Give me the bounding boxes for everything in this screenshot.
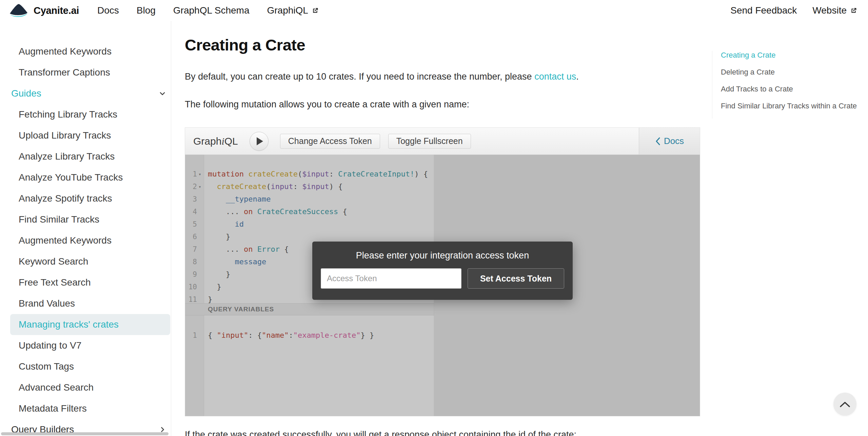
mutation-paragraph: The following mutation allows you to cre… (185, 99, 700, 110)
nav-link-label: Blog (137, 5, 156, 16)
logo-text-end: QL (224, 136, 238, 147)
nav-link-label: Docs (97, 5, 119, 16)
sidebar-item-analyze-spotify-tracks[interactable]: Analyze Spotify tracks (0, 188, 171, 209)
nav-link-website[interactable]: Website (812, 5, 857, 16)
brand-name: Cyanite.ai (34, 5, 79, 16)
sidebar-item-fetching-library-tracks[interactable]: Fetching Library Tracks (0, 104, 171, 125)
execute-query-button[interactable] (250, 132, 269, 151)
sidebar-item-custom-tags[interactable]: Custom Tags (0, 356, 171, 377)
secondary-nav: Send FeedbackWebsite (730, 5, 859, 16)
sidebar-item-label: Augmented Keywords (19, 46, 112, 57)
sidebar-item-updating-to-v7[interactable]: Updating to V7 (0, 335, 171, 356)
brand-logo-icon (9, 3, 28, 18)
sidebar-item-analyze-library-tracks[interactable]: Analyze Library Tracks (0, 146, 171, 167)
sidebar-item-metadata-filters[interactable]: Metadata Filters (0, 398, 171, 419)
docs-panel-toggle[interactable]: Docs (639, 128, 700, 154)
sidebar-item-guides[interactable]: Guides (0, 83, 171, 104)
sidebar-item-label: Free Text Search (19, 277, 91, 288)
sidebar-item-label: Augmented Keywords (19, 235, 112, 246)
sidebar-item-label: Find Similar Tracks (19, 214, 99, 225)
sidebar-nav: Augmented KeywordsTransformer CaptionsGu… (0, 21, 171, 436)
sidebar-item-label: Guides (11, 88, 41, 99)
change-access-token-button[interactable]: Change Access Token (280, 134, 380, 149)
page-title: Creating a Crate (185, 36, 700, 54)
sidebar-item-label: Custom Tags (19, 361, 74, 372)
access-token-input[interactable] (321, 268, 461, 289)
nav-link-label: GraphiQL (267, 5, 308, 16)
logo-text-i: i (221, 136, 224, 147)
sidebar-item-label: Transformer Captions (19, 67, 110, 78)
sidebar-item-augmented-keywords[interactable]: Augmented Keywords (0, 230, 171, 251)
intro-text-after: . (576, 71, 579, 82)
play-icon (257, 137, 263, 145)
nav-link-docs[interactable]: Docs (97, 5, 119, 16)
graphiql-toolbar: GraphiQL Change Access TokenToggle Fulls… (185, 128, 700, 155)
logo-text: Graph (193, 136, 221, 147)
nav-link-graphql-schema[interactable]: GraphQL Schema (173, 5, 250, 16)
sidebar-item-managing-tracks-crates[interactable]: Managing tracks' crates (10, 314, 170, 335)
toolbar-buttons: Change Access TokenToggle Fullscreen (280, 134, 471, 149)
main-content: Creating a Crate By default, you can cre… (185, 21, 700, 436)
nav-link-send-feedback[interactable]: Send Feedback (730, 5, 797, 16)
sidebar-item-label: Analyze YouTube Tracks (19, 172, 123, 183)
top-navbar: Cyanite.ai DocsBlogGraphQL SchemaGraphiQ… (0, 0, 868, 21)
sidebar-item-label: Managing tracks' crates (19, 319, 119, 330)
sidebar-item-label: Upload Library Tracks (19, 130, 111, 141)
toggle-fullscreen-button[interactable]: Toggle Fullscreen (388, 134, 471, 149)
graphiql-widget: GraphiQL Change Access TokenToggle Fulls… (185, 127, 700, 416)
external-link-icon (312, 7, 319, 14)
table-of-contents: Creating a CrateDeleting a CrateAdd Trac… (712, 51, 868, 119)
sidebar-item-advanced-search[interactable]: Advanced Search (0, 377, 171, 398)
sidebar-item-find-similar-tracks[interactable]: Find Similar Tracks (0, 209, 171, 230)
graphiql-logo: GraphiQL (193, 136, 238, 147)
sidebar-item-label: Analyze Library Tracks (19, 151, 115, 162)
sidebar-item-label: Fetching Library Tracks (19, 109, 117, 120)
toc-item-creating-a-crate[interactable]: Creating a Crate (721, 51, 868, 60)
sidebar-item-label: Updating to V7 (19, 340, 81, 351)
primary-nav: DocsBlogGraphQL SchemaGraphiQL (97, 5, 319, 16)
sidebar-item-brand-values[interactable]: Brand Values (0, 293, 171, 314)
modal-message: Please enter your integration access tok… (312, 250, 573, 261)
nav-link-graphiql[interactable]: GraphiQL (267, 5, 318, 16)
nav-link-label: Send Feedback (730, 5, 797, 16)
sidebar-item-keyword-search[interactable]: Keyword Search (0, 251, 171, 272)
intro-paragraph: By default, you can create up to 10 crat… (185, 71, 700, 82)
toc-item-add-tracks-to-a-crate[interactable]: Add Tracks to a Crate (721, 85, 868, 94)
scroll-to-top-button[interactable] (833, 393, 856, 416)
set-access-token-button[interactable]: Set Access Token (468, 268, 564, 289)
chevron-up-icon (839, 401, 851, 408)
nav-link-label: Website (812, 5, 847, 16)
nav-link-blog[interactable]: Blog (137, 5, 156, 16)
docs-label: Docs (664, 136, 684, 146)
sidebar-item-free-text-search[interactable]: Free Text Search (0, 272, 171, 293)
sidebar: Augmented KeywordsTransformer CaptionsGu… (0, 21, 171, 436)
chevron-down-icon (159, 90, 166, 97)
modal-form-row: Set Access Token (312, 268, 573, 289)
brand[interactable]: Cyanite.ai (9, 3, 79, 18)
response-paragraph: If the crate was created successfully, y… (185, 429, 700, 436)
chevron-left-icon (655, 137, 660, 146)
sidebar-item-transformer-captions[interactable]: Transformer Captions (0, 62, 171, 83)
sidebar-item-label: Keyword Search (19, 256, 88, 267)
external-link-icon (850, 7, 857, 14)
toc-list: Creating a CrateDeleting a CrateAdd Trac… (721, 51, 868, 110)
sidebar-item-label: Metadata Filters (19, 403, 87, 414)
intro-text: By default, you can create up to 10 crat… (185, 71, 534, 82)
sidebar-item-augmented-keywords[interactable]: Augmented Keywords (0, 41, 171, 62)
sidebar-item-label: Advanced Search (19, 382, 94, 393)
contact-us-link[interactable]: contact us (534, 71, 576, 82)
sidebar-item-upload-library-tracks[interactable]: Upload Library Tracks (0, 125, 171, 146)
sidebar-item-analyze-youtube-tracks[interactable]: Analyze YouTube Tracks (0, 167, 171, 188)
sidebar-horizontal-scrollbar[interactable] (1, 432, 169, 435)
graphiql-body: 1▾mutation crateCreate($input: CrateCrea… (185, 155, 700, 416)
sidebar-item-label: Analyze Spotify tracks (19, 193, 112, 204)
toc-item-deleting-a-crate[interactable]: Deleting a Crate (721, 68, 868, 77)
toc-item-find-similar-library-tracks-within-a-crate[interactable]: Find Similar Library Tracks within a Cra… (721, 102, 868, 110)
access-token-modal: Please enter your integration access tok… (312, 242, 573, 300)
nav-link-label: GraphQL Schema (173, 5, 250, 16)
sidebar-item-label: Brand Values (19, 298, 75, 309)
